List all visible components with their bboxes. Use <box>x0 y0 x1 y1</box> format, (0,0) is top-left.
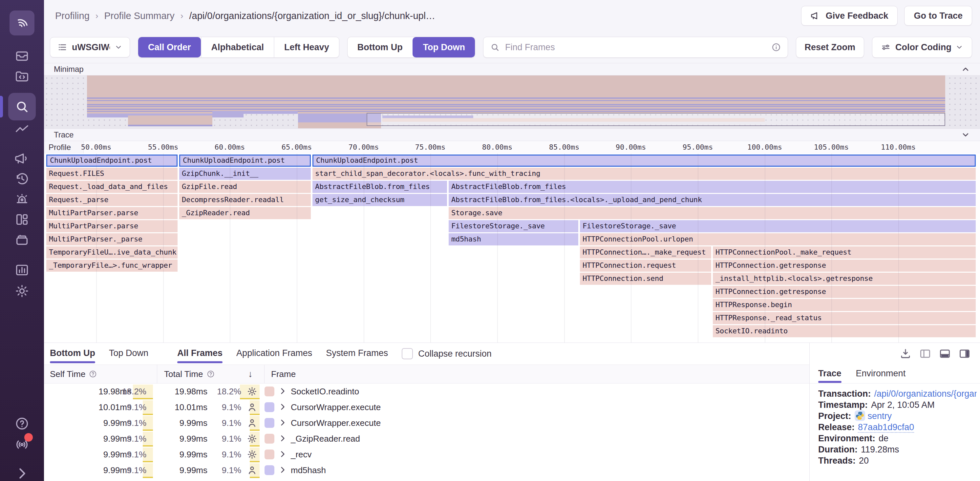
minimap-header[interactable]: Minimap <box>44 63 980 75</box>
chevron-up-icon[interactable] <box>961 65 970 74</box>
flame-frame[interactable]: DecompressReader.readall <box>179 194 311 206</box>
flame-frame[interactable]: HTTPResponse.begin <box>713 299 976 311</box>
sidebar-item-alerts[interactable] <box>14 192 30 207</box>
frame-name[interactable]: CursorWrapper.execute <box>291 399 381 415</box>
flame-frame[interactable]: ChunkUploadEndpoint.post <box>179 154 311 167</box>
frame-table-row[interactable]: 9.99ms9.1%9.99ms9.1%_GzipReader.read <box>44 431 809 446</box>
give-feedback-button[interactable]: Give Feedback <box>801 6 898 25</box>
minimap-viewport[interactable] <box>367 113 945 126</box>
sidebar-item-feedback[interactable] <box>14 151 30 166</box>
sidebar-item-traces[interactable] <box>14 122 30 137</box>
go-to-trace-button[interactable]: Go to Trace <box>904 6 972 25</box>
details-field-value[interactable]: 87aab1d9cfa0 <box>858 422 914 433</box>
direction-bottom-up[interactable]: Bottom Up <box>348 37 412 57</box>
flame-frame[interactable]: Request._parse <box>46 194 178 206</box>
flame-frame[interactable]: MultiPartParser.parse <box>46 220 178 232</box>
flame-frame[interactable]: _TemporaryFile…>.func_wrapper <box>46 260 178 271</box>
expand-chevron-icon[interactable] <box>278 418 287 427</box>
direction-top-down[interactable]: Top Down <box>412 37 475 57</box>
sidebar-item-releases[interactable] <box>14 232 30 248</box>
tab-all-frames[interactable]: All Frames <box>177 343 223 365</box>
flame-frame[interactable]: AbstractFileBlob.from_files <box>449 181 976 193</box>
flame-frame[interactable]: md5hash <box>449 233 578 245</box>
tab-bottom-up[interactable]: Bottom Up <box>50 343 95 365</box>
sidebar-expand-button[interactable] <box>14 466 30 481</box>
flame-frame[interactable]: HTTPResponse._read_status <box>713 312 976 324</box>
column-total-time[interactable]: Total Time <box>164 365 215 383</box>
color-coding-button[interactable]: Color Coding <box>872 37 972 58</box>
frame-name[interactable]: md5hash <box>291 462 326 478</box>
flame-frame[interactable]: Request._load_data_and_files <box>46 181 178 193</box>
flame-frame[interactable]: GzipFile.read <box>179 181 311 193</box>
expand-chevron-icon[interactable] <box>278 403 287 411</box>
breadcrumb-profiling[interactable]: Profiling <box>55 11 90 21</box>
sort-alphabetical[interactable]: Alphabetical <box>201 37 274 57</box>
reset-zoom-button[interactable]: Reset Zoom <box>796 37 864 58</box>
details-tab-environment[interactable]: Environment <box>856 365 906 384</box>
flame-frame[interactable]: HTTPConnection.getresponse <box>713 260 976 271</box>
flame-frame[interactable]: HTTPConnection…._make_request <box>580 246 711 259</box>
details-field-value[interactable]: /api/0/organizations/{organ… <box>874 389 977 398</box>
sidebar-item-help[interactable] <box>14 416 30 431</box>
flame-frame[interactable]: FilestoreStorage._save <box>449 220 578 232</box>
flame-frame[interactable]: HTTPConnectionPool._make_request <box>713 246 976 259</box>
frame-table-row[interactable]: 10.01ms9.1%10.01ms9.1%CursorWrapper.exec… <box>44 399 809 415</box>
sentry-logo[interactable] <box>10 11 35 35</box>
expand-chevron-icon[interactable] <box>278 465 287 474</box>
flame-frame[interactable]: Storage.save <box>449 207 976 219</box>
frame-table-row[interactable]: 9.99ms9.1%9.99ms9.1%CursorWrapper.execut… <box>44 415 809 431</box>
expand-chevron-icon[interactable] <box>278 387 287 395</box>
flame-frame[interactable]: AbstractFileBlob.from_files <box>312 181 447 193</box>
frame-name[interactable]: _recv <box>291 446 312 462</box>
frame-table-row[interactable]: 9.99ms9.1%9.99ms9.1%md5hash <box>44 462 809 478</box>
flame-frame[interactable]: ChunkUploadEndpoint.post <box>312 154 976 167</box>
find-frames-input[interactable] <box>504 42 771 53</box>
sidebar-item-replays[interactable] <box>14 171 30 186</box>
sidebar-item-stats[interactable] <box>14 262 30 278</box>
expand-chevron-icon[interactable] <box>278 450 287 458</box>
collapse-recursion-checkbox[interactable] <box>402 348 413 359</box>
flamegraph-canvas[interactable]: ChunkUploadEndpoint.postChunkUploadEndpo… <box>44 154 980 343</box>
flame-frame[interactable]: GzipChunk.__init__ <box>179 168 311 180</box>
sidebar-item-dashboards[interactable] <box>14 212 30 227</box>
chevron-down-icon[interactable] <box>961 130 970 140</box>
frame-table-row[interactable]: 19.98ms18.2%19.98ms18.2%SocketIO.readint… <box>44 384 809 399</box>
sort-call-order[interactable]: Call Order <box>138 37 201 57</box>
flame-frame[interactable]: _GzipReader.read <box>179 207 311 219</box>
flame-frame[interactable]: ChunkUploadEndpoint.post <box>46 154 178 167</box>
flame-frame[interactable]: MultiPartParser._parse <box>46 233 178 245</box>
sidebar-item-issues[interactable] <box>14 49 30 63</box>
sidebar-item-whats-new[interactable] <box>14 437 30 451</box>
flame-frame[interactable]: TemporaryFileU….ive_data_chunk <box>46 246 178 259</box>
column-self-time[interactable]: Self Time <box>50 365 97 383</box>
flame-frame[interactable]: HTTPConnection.request <box>580 260 711 271</box>
sort-direction-arrow[interactable]: ↓ <box>248 365 253 383</box>
tab-top-down[interactable]: Top Down <box>109 343 148 365</box>
frame-name[interactable]: SocketIO.readinto <box>291 384 359 399</box>
expand-chevron-icon[interactable] <box>278 434 287 443</box>
profile-tab[interactable]: Profile <box>44 141 84 154</box>
flame-frame[interactable]: get_size_and_checksum <box>312 194 447 206</box>
info-icon[interactable] <box>771 42 781 52</box>
breadcrumb-profile-summary[interactable]: Profile Summary <box>104 11 174 21</box>
tab-system-frames[interactable]: System Frames <box>326 343 388 365</box>
sidebar-item-search-active[interactable] <box>8 93 36 121</box>
flame-frame[interactable]: HTTPConnectionPool.urlopen <box>580 233 976 245</box>
sidebar-item-explore[interactable] <box>14 69 30 84</box>
sort-left-heavy[interactable]: Left Heavy <box>274 37 339 57</box>
flame-frame[interactable]: AbstractFileBlob.from_files.<locals>._up… <box>449 194 976 206</box>
flame-frame[interactable]: start_child_span_decorator.<locals>.func… <box>312 168 976 180</box>
flame-frame[interactable]: HTTPConnection.send <box>580 273 711 285</box>
thread-selector[interactable]: uWSGIWor… <box>50 37 130 57</box>
flame-frame[interactable]: SocketIO.readinto <box>713 325 976 337</box>
tab-application-frames[interactable]: Application Frames <box>236 343 312 365</box>
frame-name[interactable]: _GzipReader.read <box>291 431 360 446</box>
flame-frame[interactable]: MultiPartParser.parse <box>46 207 178 219</box>
details-tab-trace[interactable]: Trace <box>818 365 842 384</box>
minimap[interactable] <box>44 75 980 129</box>
frame-name[interactable]: CursorWrapper.execute <box>291 415 381 431</box>
trace-header[interactable]: Trace <box>44 129 980 141</box>
flame-frame[interactable]: FilestoreStorage._save <box>580 220 976 232</box>
flame-frame[interactable]: Request.FILES <box>46 168 178 180</box>
frame-table-row[interactable]: 9.99ms9.1%9.99ms9.1%_recv <box>44 446 809 462</box>
